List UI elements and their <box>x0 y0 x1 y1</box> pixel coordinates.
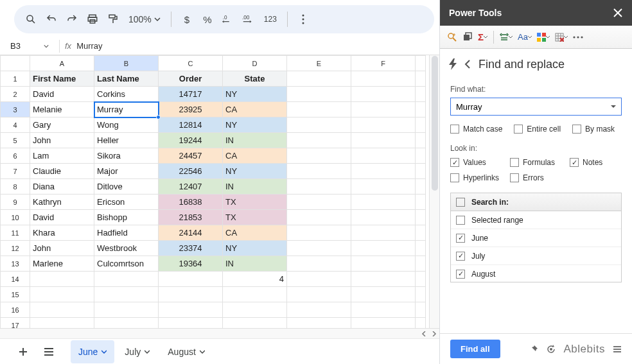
cell-A10[interactable]: David <box>30 210 94 225</box>
chevron-down-icon[interactable] <box>101 349 107 354</box>
cell-E9[interactable] <box>287 195 351 210</box>
cell-D4[interactable]: NY <box>223 117 287 133</box>
cell-F5[interactable] <box>351 133 416 148</box>
tool-sigma-icon[interactable]: Σ <box>476 28 489 46</box>
col-header-B[interactable]: B <box>94 56 159 71</box>
decrease-decimal-icon[interactable]: .0 <box>219 10 237 28</box>
cell-A12[interactable]: John <box>30 241 94 256</box>
cell-A2[interactable]: David <box>30 87 94 102</box>
cell-D2[interactable]: NY <box>223 87 287 102</box>
tool-smart-icon[interactable] <box>445 28 459 46</box>
cell-B3[interactable]: Murray <box>94 102 159 117</box>
redo-icon[interactable] <box>63 10 81 28</box>
cell-C15[interactable] <box>159 287 223 302</box>
row-header-2[interactable]: 2 <box>1 87 30 102</box>
cell-E10[interactable] <box>287 210 351 225</box>
undo-icon[interactable] <box>42 10 60 28</box>
cell-D12[interactable]: NY <box>223 241 287 256</box>
cell-B9[interactable]: Ericson <box>94 195 159 210</box>
cell-B7[interactable]: Major <box>94 164 159 179</box>
zoom-dropdown[interactable]: 100% <box>125 14 164 24</box>
cell-B16[interactable] <box>94 302 159 318</box>
cell-F4[interactable] <box>351 117 416 133</box>
tool-clear-icon[interactable] <box>553 28 570 46</box>
cell-E14[interactable] <box>287 272 351 287</box>
cell-F3[interactable] <box>351 102 416 117</box>
row-header-14[interactable]: 14 <box>1 272 30 287</box>
cell-B12[interactable]: Westbrook <box>94 241 159 256</box>
cell-A11[interactable]: Khara <box>30 225 94 241</box>
cell-B4[interactable]: Wong <box>94 117 159 133</box>
row-header-10[interactable]: 10 <box>1 210 30 225</box>
refresh-icon[interactable] <box>546 344 556 354</box>
cell-E17[interactable] <box>287 318 351 329</box>
cell-D5[interactable]: IN <box>223 133 287 148</box>
cell-reference-box[interactable]: B3 <box>9 41 54 51</box>
notes-checkbox[interactable]: Notes <box>570 158 602 167</box>
col-header-C[interactable]: C <box>159 56 223 71</box>
row-header-5[interactable]: 5 <box>1 133 30 148</box>
more-icon[interactable] <box>294 10 312 28</box>
col-header-D[interactable]: D <box>223 56 287 71</box>
cell-C4[interactable]: 12814 <box>159 117 223 133</box>
find-dropdown-icon[interactable] <box>606 104 621 109</box>
cell-D3[interactable]: CA <box>223 102 287 117</box>
chevron-down-icon[interactable] <box>200 349 205 354</box>
row-header-16[interactable]: 16 <box>1 302 30 318</box>
cell-A4[interactable]: Gary <box>30 117 94 133</box>
entire-cell-checkbox[interactable]: Entire cell <box>514 125 561 134</box>
cell-D8[interactable]: IN <box>223 179 287 195</box>
cell-B14[interactable] <box>94 272 159 287</box>
tool-text-icon[interactable]: Aa <box>516 28 534 46</box>
scroll-thumb[interactable] <box>432 56 438 191</box>
tool-dedupe-icon[interactable] <box>461 28 475 46</box>
cell-F17[interactable] <box>351 318 416 329</box>
cell-D16[interactable] <box>223 302 287 318</box>
cell-C11[interactable]: 24144 <box>159 225 223 241</box>
cell-B10[interactable]: Bishopp <box>94 210 159 225</box>
cell-F14[interactable] <box>351 272 416 287</box>
add-sheet-button[interactable] <box>13 342 33 362</box>
cell-C3[interactable]: 23925 <box>159 102 223 117</box>
grid[interactable]: ABCDEF1First NameLast NameOrderState2Dav… <box>0 55 426 328</box>
cell-A14[interactable] <box>30 272 94 287</box>
find-all-button[interactable]: Find all <box>450 340 500 358</box>
cell-F13[interactable] <box>351 256 416 272</box>
cell-A13[interactable]: Marlene <box>30 256 94 272</box>
search-in-all-checkbox[interactable] <box>456 198 465 207</box>
cell-A17[interactable] <box>30 318 94 329</box>
hyperlinks-checkbox[interactable]: Hyperlinks <box>450 173 498 182</box>
pin-icon[interactable] <box>529 345 538 354</box>
formulas-checkbox[interactable]: Formulas <box>510 158 558 167</box>
formula-content[interactable]: Murray <box>76 41 102 51</box>
cell-A1[interactable]: First Name <box>30 71 94 87</box>
search-icon[interactable] <box>22 10 40 28</box>
sheet-tab-august[interactable]: August <box>160 340 213 363</box>
cell-A15[interactable] <box>30 287 94 302</box>
cell-D10[interactable]: TX <box>223 210 287 225</box>
cell-B1[interactable]: Last Name <box>94 71 159 87</box>
cell-B11[interactable]: Hadfield <box>94 225 159 241</box>
fill-handle[interactable] <box>156 115 161 119</box>
cell-C13[interactable]: 19364 <box>159 256 223 272</box>
cell-B15[interactable] <box>94 287 159 302</box>
cell-C8[interactable]: 12407 <box>159 179 223 195</box>
cell-A3[interactable]: Melanie <box>30 102 94 117</box>
tool-spacing-icon[interactable] <box>498 28 514 46</box>
cell-C2[interactable]: 14717 <box>159 87 223 102</box>
cell-C16[interactable] <box>159 302 223 318</box>
cell-E15[interactable] <box>287 287 351 302</box>
row-header-15[interactable]: 15 <box>1 287 30 302</box>
cell-A5[interactable]: John <box>30 133 94 148</box>
cell-D1[interactable]: State <box>223 71 287 87</box>
cell-D14[interactable]: 4 <box>223 272 287 287</box>
search-item-june[interactable]: June <box>451 229 621 247</box>
col-header-E[interactable]: E <box>287 56 351 71</box>
cell-C9[interactable]: 16838 <box>159 195 223 210</box>
cell-D13[interactable]: IN <box>223 256 287 272</box>
more-formats-button[interactable]: 123 <box>260 10 281 28</box>
cell-D7[interactable]: NY <box>223 164 287 179</box>
find-input[interactable] <box>451 102 606 112</box>
cell-B5[interactable]: Heller <box>94 133 159 148</box>
back-icon[interactable] <box>464 59 471 69</box>
